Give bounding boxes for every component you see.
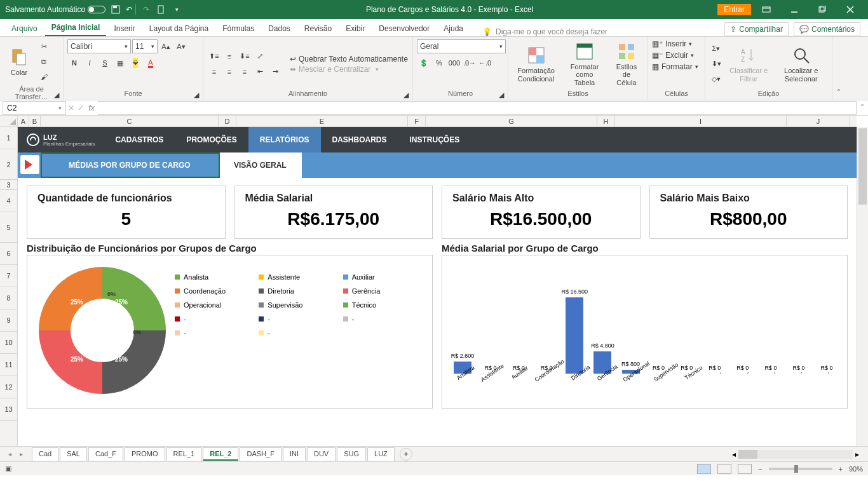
subtab-medias[interactable]: MÉDIAS POR GRUPO DE CARGO bbox=[41, 152, 219, 178]
enter-formula-icon[interactable]: ✓ bbox=[78, 104, 84, 112]
sheet-tab[interactable]: LUZ bbox=[367, 447, 395, 461]
orientation-icon[interactable]: ⤢ bbox=[253, 50, 267, 64]
nav-promocoes[interactable]: PROMOÇÕES bbox=[175, 127, 248, 152]
dialog-launcher-icon[interactable]: ◢ bbox=[194, 91, 201, 98]
bar-chart[interactable]: R$ 2.600R$ 0R$ 0R$ 0R$ 16.500R$ 4.800R$ … bbox=[442, 255, 848, 409]
cut-icon[interactable]: ✂ bbox=[37, 39, 51, 53]
fx-icon[interactable]: fx bbox=[85, 104, 98, 112]
autosave-toggle[interactable]: Salvamento Automático bbox=[5, 5, 105, 14]
paste-button[interactable]: Colar bbox=[4, 46, 34, 78]
page-break-view-icon[interactable] bbox=[738, 464, 752, 474]
sheet-tab[interactable]: DUV bbox=[307, 447, 336, 461]
decrease-decimal-icon[interactable]: ←.0 bbox=[478, 56, 492, 70]
sheet-tab[interactable]: Cad_F bbox=[88, 447, 123, 461]
align-middle-icon[interactable]: ≡ bbox=[222, 50, 236, 64]
tab-help[interactable]: Ajuda bbox=[437, 21, 470, 36]
clear-icon[interactable]: ◇▾ bbox=[709, 72, 723, 86]
redo-icon[interactable]: ↷ bbox=[141, 4, 151, 15]
conditional-formatting-button[interactable]: Formatação Condicional bbox=[512, 44, 560, 83]
font-color-icon[interactable]: A bbox=[144, 56, 158, 70]
increase-indent-icon[interactable]: ⇥ bbox=[268, 65, 282, 79]
name-box[interactable]: C2▾ bbox=[3, 101, 66, 115]
bold-icon[interactable]: N bbox=[67, 56, 81, 70]
merge-center-button[interactable]: ⬌Mesclar e Centralizar▾ bbox=[290, 65, 408, 74]
nav-instrucoes[interactable]: INSTRUÇÕES bbox=[398, 127, 471, 152]
nav-dashboards[interactable]: DASHBOARDS bbox=[321, 127, 398, 152]
cell-styles-button[interactable]: Estilos de Célula bbox=[609, 40, 644, 87]
nav-cadastros[interactable]: CADASTROS bbox=[104, 127, 175, 152]
sheet-tab[interactable]: Cad bbox=[32, 447, 58, 461]
touch-mode-icon[interactable] bbox=[156, 4, 166, 15]
decrease-font-icon[interactable]: A▾ bbox=[174, 39, 188, 53]
macro-record-icon[interactable]: ▣ bbox=[5, 464, 11, 473]
donut-chart[interactable]: 0% 25% 0% 25% 25% 25% AnalistaAssistente… bbox=[27, 255, 433, 409]
border-icon[interactable]: ▦ bbox=[113, 56, 127, 70]
minimize-icon[interactable] bbox=[782, 2, 807, 17]
sheet-tab[interactable]: REL_1 bbox=[166, 447, 202, 461]
comments-button[interactable]: 💬Comentários bbox=[794, 22, 860, 36]
page-layout-view-icon[interactable] bbox=[717, 464, 731, 474]
font-name-select[interactable]: Calibri▾ bbox=[67, 39, 131, 53]
expand-formula-bar-icon[interactable]: ˅ bbox=[857, 104, 868, 112]
cancel-formula-icon[interactable]: ✕ bbox=[68, 104, 74, 112]
align-right-icon[interactable]: ≡ bbox=[238, 65, 252, 79]
undo-icon[interactable]: ↶ bbox=[126, 4, 136, 15]
increase-font-icon[interactable]: A▴ bbox=[159, 39, 173, 53]
find-select-button[interactable]: Localizar e Selecionar bbox=[774, 44, 828, 83]
maximize-icon[interactable] bbox=[810, 2, 835, 17]
dialog-launcher-icon[interactable]: ◢ bbox=[403, 91, 411, 98]
ribbon-display-icon[interactable] bbox=[754, 2, 779, 17]
number-format-select[interactable]: Geral▾ bbox=[417, 39, 506, 53]
dialog-launcher-icon[interactable]: ◢ bbox=[499, 91, 506, 98]
italic-icon[interactable]: I bbox=[83, 56, 97, 70]
nav-relatorios[interactable]: RELATÓRIOS bbox=[248, 127, 321, 152]
close-icon[interactable] bbox=[837, 2, 863, 17]
tab-layout[interactable]: Layout da Página bbox=[143, 21, 215, 36]
tab-home[interactable]: Página Inicial bbox=[45, 20, 107, 36]
tab-review[interactable]: Revisão bbox=[298, 21, 338, 36]
sheet-tab[interactable]: SAL bbox=[60, 447, 87, 461]
zoom-in-icon[interactable]: + bbox=[839, 465, 843, 473]
horizontal-scrollbar[interactable]: ◂ ▸ bbox=[414, 450, 864, 459]
comma-icon[interactable]: 000 bbox=[447, 56, 461, 70]
font-size-select[interactable]: 11▾ bbox=[132, 39, 158, 53]
fill-icon[interactable]: ⬇▾ bbox=[709, 57, 723, 71]
tab-developer[interactable]: Desenvolvedor bbox=[372, 21, 436, 36]
save-icon[interactable] bbox=[111, 4, 121, 15]
sheet-tab[interactable]: SUG bbox=[337, 447, 366, 461]
delete-cells-button[interactable]: ▦⁻Excluir▾ bbox=[652, 51, 694, 60]
tab-insert[interactable]: Inserir bbox=[107, 21, 141, 36]
formula-input[interactable] bbox=[98, 101, 857, 115]
insert-cells-button[interactable]: ▦⁺Inserir▾ bbox=[652, 39, 692, 48]
sheet-tab[interactable]: PROMO bbox=[125, 447, 165, 461]
underline-icon[interactable]: S bbox=[98, 56, 112, 70]
increase-decimal-icon[interactable]: .0→ bbox=[463, 56, 477, 70]
tab-file[interactable]: Arquivo bbox=[5, 21, 44, 36]
format-painter-icon[interactable]: 🖌 bbox=[37, 70, 51, 84]
align-left-icon[interactable]: ≡ bbox=[207, 65, 221, 79]
format-as-table-button[interactable]: Formatar como Tabela bbox=[562, 40, 607, 87]
tab-scroll-first-icon[interactable]: ◂ bbox=[4, 449, 15, 460]
column-headers[interactable]: A B C D E F G H I J bbox=[18, 116, 857, 127]
copy-icon[interactable]: ⧉ bbox=[37, 55, 51, 69]
tellme-search[interactable]: 💡Diga-me o que você deseja fazer bbox=[471, 27, 723, 36]
play-icon[interactable] bbox=[20, 155, 39, 174]
align-top-icon[interactable]: ⬆≡ bbox=[207, 50, 221, 64]
tab-scroll-last-icon[interactable]: ▸ bbox=[15, 449, 27, 460]
percent-icon[interactable]: % bbox=[432, 56, 446, 70]
tab-view[interactable]: Exibir bbox=[339, 21, 371, 36]
signin-button[interactable]: Entrar bbox=[717, 4, 751, 15]
tab-formulas[interactable]: Fórmulas bbox=[216, 21, 261, 36]
align-bottom-icon[interactable]: ⬇≡ bbox=[238, 50, 252, 64]
add-sheet-button[interactable]: ＋ bbox=[400, 448, 412, 461]
sort-filter-button[interactable]: AZClassificar e Filtrar bbox=[726, 44, 771, 83]
qat-customize-icon[interactable]: ▾ bbox=[172, 4, 182, 15]
tab-data[interactable]: Dados bbox=[262, 21, 297, 36]
fill-color-icon[interactable]: ⬙ bbox=[128, 56, 142, 70]
wrap-text-button[interactable]: ↩Quebrar Texto Automaticamente bbox=[290, 55, 408, 64]
subtab-visao-geral[interactable]: VISÃO GERAL bbox=[219, 152, 302, 178]
sheet-tab[interactable]: DASH_F bbox=[240, 447, 281, 461]
zoom-level[interactable]: 90% bbox=[849, 465, 863, 473]
dialog-launcher-icon[interactable]: ◢ bbox=[54, 91, 62, 98]
zoom-out-icon[interactable]: − bbox=[758, 465, 762, 473]
